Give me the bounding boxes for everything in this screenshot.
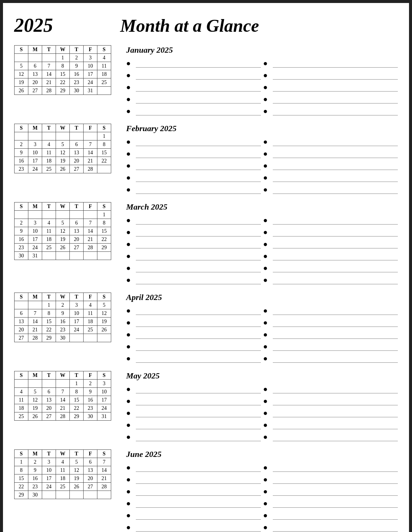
cal-day [56,491,70,499]
cal-day [84,491,97,499]
cal-day: 2 [84,380,97,388]
cal-day: 11 [56,466,70,474]
month-name: February 2025 [126,124,398,133]
cal-day: 9 [84,388,97,396]
line-segment-right [273,214,398,225]
line-segment [136,262,261,272]
month-section-6: SMTWTFS123456789101112131415161718192021… [14,449,398,532]
cal-day: 20 [70,157,84,165]
cal-day [15,54,28,62]
cal-day: 2 [70,54,84,62]
bullet-left: ● [126,355,134,363]
cal-day: 21 [56,404,70,412]
bullet-right: ● [263,331,271,339]
cal-day: 17 [70,318,84,326]
cal-day: 27 [28,87,42,95]
cal-day [84,211,97,219]
line-segment-right [273,383,398,393]
line-segment [136,485,261,496]
cal-day: 23 [15,244,28,252]
bullet-left: ● [126,307,134,315]
cal-day: 20 [28,78,42,87]
note-row: ●● [126,93,398,103]
bullet-left: ● [126,433,134,441]
bullet-right: ● [263,307,271,315]
cal-day: 21 [28,326,42,334]
cal-day: 25 [84,326,97,334]
mini-calendar-6: SMTWTFS123456789101112131415161718192021… [14,449,111,499]
line-segment [136,274,261,284]
cal-header: S [15,124,28,132]
line-segment-right [273,352,398,363]
cal-day: 12 [28,396,42,404]
month-name: June 2025 [126,449,398,459]
cal-day: 11 [42,227,56,235]
line-segment-right [273,238,398,248]
line-segment-right [273,93,398,103]
month-section-3: SMTWTFS123456789101112131415161718192021… [14,202,398,286]
cal-day: 12 [97,309,111,318]
cal-day [70,491,84,499]
bullet-left: ● [126,331,134,339]
cal-header: F [84,124,97,132]
cal-day: 11 [97,62,111,70]
cal-day: 3 [28,140,42,149]
bullet-left: ● [126,397,134,405]
bullet-left: ● [126,264,134,272]
cal-day: 21 [84,157,97,165]
cal-header: S [97,293,111,301]
bullet-right: ● [263,240,271,248]
note-row: ●● [126,521,398,532]
cal-header: S [15,202,28,211]
cal-day: 11 [15,396,28,404]
cal-header: F [84,293,97,301]
month-section-2: SMTWTFS123456789101112131415161718192021… [14,124,398,195]
bullet-right: ● [263,95,271,103]
bullet-left: ● [126,186,134,194]
cal-day: 6 [84,458,97,466]
mini-calendar-5: SMTWTFS123456789101112131415161718192021… [14,371,111,421]
cal-day [15,132,28,140]
note-row: ●● [126,250,398,260]
month-name: April 2025 [126,293,398,302]
bullet-left: ● [126,511,134,520]
line-segment-right [273,497,398,508]
cal-day: 16 [15,235,28,244]
cal-day: 21 [42,78,56,87]
cal-day [70,132,84,140]
cal-day: 2 [56,301,70,309]
cal-header: T [70,46,84,54]
cal-day: 19 [15,78,28,87]
line-segment-right [273,304,398,315]
cal-day: 14 [56,396,70,404]
bullet-left: ● [126,240,134,248]
cal-day: 5 [56,140,70,149]
cal-day: 17 [42,474,56,483]
cal-day [28,380,42,388]
note-row: ●● [126,461,398,472]
line-segment-right [273,274,398,284]
line-segment [136,461,261,472]
cal-day: 26 [28,412,42,421]
note-row: ●● [126,136,398,146]
cal-day: 22 [97,235,111,244]
cal-day: 19 [28,404,42,412]
bullet-left: ● [126,421,134,429]
line-segment [136,171,261,182]
cal-day: 5 [97,301,111,309]
cal-day: 4 [56,458,70,466]
cal-day [56,211,70,219]
bullet-right: ● [263,59,271,68]
mini-calendar-3: SMTWTFS123456789101112131415161718192021… [14,202,111,260]
note-row: ●● [126,383,398,393]
cal-day: 3 [28,219,42,227]
cal-day: 17 [97,396,111,404]
bullet-left: ● [126,174,134,182]
cal-day: 4 [42,140,56,149]
cal-day: 27 [15,334,28,342]
cal-day: 9 [56,309,70,318]
cal-day: 29 [70,412,84,421]
note-row: ●● [126,171,398,182]
bullet-left: ● [126,59,134,68]
cal-header: S [15,450,28,458]
